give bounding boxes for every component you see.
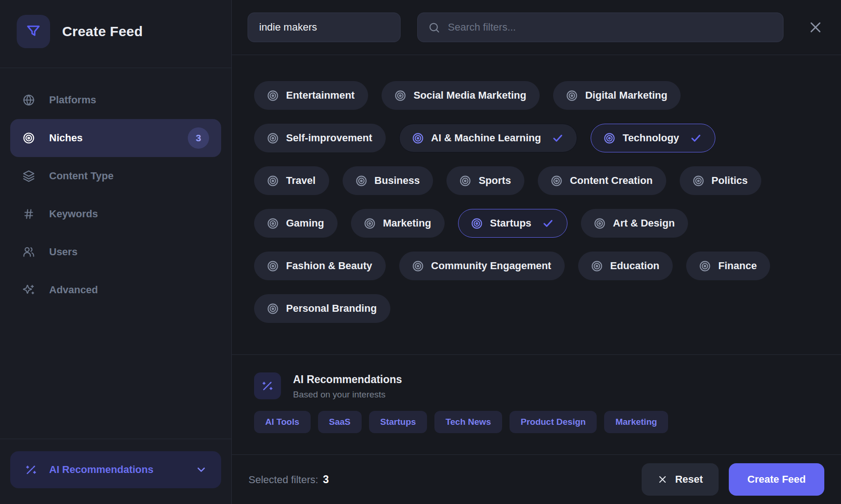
chip-label: Startups xyxy=(490,217,531,229)
niche-chip-community-engagement[interactable]: Community Engagement xyxy=(399,252,565,280)
chip-label: Community Engagement xyxy=(431,260,551,272)
sidebar-item-label: Users xyxy=(49,246,77,258)
niche-chip-art-design[interactable]: Art & Design xyxy=(581,209,688,238)
globe-icon xyxy=(22,94,35,107)
niche-chip-sports[interactable]: Sports xyxy=(446,166,524,195)
rec-chip-marketing[interactable]: Marketing xyxy=(604,411,668,433)
selected-filters-label: Selected filters: xyxy=(248,474,318,486)
rec-chip-saas[interactable]: SaaS xyxy=(318,411,362,433)
layers-icon xyxy=(22,170,35,183)
chip-label: Content Creation xyxy=(570,175,652,187)
rec-chip-tech-news[interactable]: Tech News xyxy=(434,411,502,433)
sidebar-item-platforms[interactable]: Platforms xyxy=(10,81,221,119)
footer-buttons: Reset Create Feed xyxy=(642,463,824,496)
hash-icon xyxy=(22,208,35,220)
target-icon xyxy=(566,89,578,102)
users-icon xyxy=(22,246,35,258)
section-title: AI Recommendations xyxy=(293,373,402,386)
create-feed-button[interactable]: Create Feed xyxy=(729,463,824,496)
niche-chip-content-creation[interactable]: Content Creation xyxy=(538,166,666,195)
target-icon xyxy=(699,260,711,272)
target-icon xyxy=(355,175,368,187)
page-title: Create Feed xyxy=(62,24,143,39)
main-header xyxy=(232,0,841,55)
chip-label: Business xyxy=(375,175,420,187)
niche-chip-self-improvement[interactable]: Self-improvement xyxy=(254,124,386,152)
chip-row: GamingMarketingStartupsArt & Design xyxy=(254,209,819,238)
ai-recommendations-toggle[interactable]: AI Recommendations xyxy=(10,451,221,488)
target-icon xyxy=(267,302,279,315)
check-icon xyxy=(552,132,564,144)
selected-filters-count: 3 xyxy=(323,473,329,486)
niches-chip-grid: EntertainmentSocial Media MarketingDigit… xyxy=(232,55,841,354)
niche-chip-business[interactable]: Business xyxy=(343,166,433,195)
chip-label: Entertainment xyxy=(286,89,355,101)
target-icon xyxy=(22,132,35,145)
chip-label: Marketing xyxy=(383,217,431,229)
target-icon xyxy=(363,217,376,230)
create-feed-button-label: Create Feed xyxy=(747,473,806,485)
ai-recommendations-header: AI Recommendations Based on your interes… xyxy=(254,372,819,400)
chip-label: AI & Machine Learning xyxy=(431,132,541,144)
niche-chip-ai-machine-learning[interactable]: AI & Machine Learning xyxy=(399,124,577,152)
niche-chip-entertainment[interactable]: Entertainment xyxy=(254,81,368,110)
sidebar-item-niches[interactable]: Niches3 xyxy=(10,119,221,157)
niche-chip-digital-marketing[interactable]: Digital Marketing xyxy=(553,81,681,110)
section-subtitle: Based on your interests xyxy=(293,390,402,400)
rec-chip-product-design[interactable]: Product Design xyxy=(510,411,597,433)
chip-label: Self-improvement xyxy=(286,132,372,144)
chip-row: Fashion & BeautyCommunity EngagementEduc… xyxy=(254,252,819,280)
close-icon xyxy=(808,19,823,35)
chip-label: Education xyxy=(610,260,659,272)
sidebar-item-label: Content Type xyxy=(49,170,114,182)
sidebar-item-label: Platforms xyxy=(49,94,96,106)
chip-label: Personal Branding xyxy=(286,302,377,315)
niche-chip-fashion-beauty[interactable]: Fashion & Beauty xyxy=(254,252,386,280)
filter-search-box[interactable] xyxy=(417,13,784,42)
reset-button[interactable]: Reset xyxy=(642,463,719,496)
niche-chip-personal-branding[interactable]: Personal Branding xyxy=(254,294,390,323)
sidebar-item-advanced[interactable]: Advanced xyxy=(10,271,221,309)
sidebar-item-users[interactable]: Users xyxy=(10,233,221,271)
chip-label: Travel xyxy=(286,175,316,187)
target-icon xyxy=(267,260,279,272)
chip-label: Gaming xyxy=(286,217,324,229)
niche-chip-politics[interactable]: Politics xyxy=(680,166,761,195)
chevron-down-icon xyxy=(195,464,207,476)
target-icon xyxy=(267,132,279,145)
filter-icon xyxy=(17,15,50,48)
target-icon xyxy=(267,175,279,187)
target-icon xyxy=(550,175,563,187)
recommendation-chips: AI ToolsSaaSStartupsTech NewsProduct Des… xyxy=(254,411,819,433)
target-icon xyxy=(412,132,424,145)
target-icon xyxy=(593,217,606,230)
niche-chip-travel[interactable]: Travel xyxy=(254,166,329,195)
target-icon xyxy=(459,175,471,187)
chip-label: Sports xyxy=(478,175,511,187)
close-button[interactable] xyxy=(808,19,823,35)
niche-chip-finance[interactable]: Finance xyxy=(686,252,770,280)
chip-label: Digital Marketing xyxy=(585,89,667,101)
search-filters-input[interactable] xyxy=(448,21,773,33)
sidebar: Create Feed PlatformsNiches3Content Type… xyxy=(0,0,232,504)
chip-label: Social Media Marketing xyxy=(414,89,526,101)
feed-name-input[interactable] xyxy=(248,13,401,42)
target-icon xyxy=(267,217,279,230)
niches-count-badge: 3 xyxy=(188,127,209,149)
niche-chip-social-media-marketing[interactable]: Social Media Marketing xyxy=(382,81,540,110)
chip-row: TravelBusinessSportsContent CreationPoli… xyxy=(254,166,819,195)
footer-bar: Selected filters: 3 Reset Create Feed xyxy=(232,454,841,504)
niche-chip-gaming[interactable]: Gaming xyxy=(254,209,338,238)
reset-button-label: Reset xyxy=(675,473,703,485)
rec-chip-startups[interactable]: Startups xyxy=(369,411,427,433)
target-icon xyxy=(591,260,603,272)
wand-icon xyxy=(254,372,281,399)
niche-chip-marketing[interactable]: Marketing xyxy=(351,209,445,238)
niche-chip-startups[interactable]: Startups xyxy=(458,209,567,238)
sidebar-item-content-type[interactable]: Content Type xyxy=(10,157,221,195)
sidebar-header: Create Feed xyxy=(0,0,231,68)
sidebar-item-keywords[interactable]: Keywords xyxy=(10,195,221,233)
rec-chip-ai-tools[interactable]: AI Tools xyxy=(254,411,311,433)
niche-chip-technology[interactable]: Technology xyxy=(591,124,715,152)
niche-chip-education[interactable]: Education xyxy=(578,252,673,280)
